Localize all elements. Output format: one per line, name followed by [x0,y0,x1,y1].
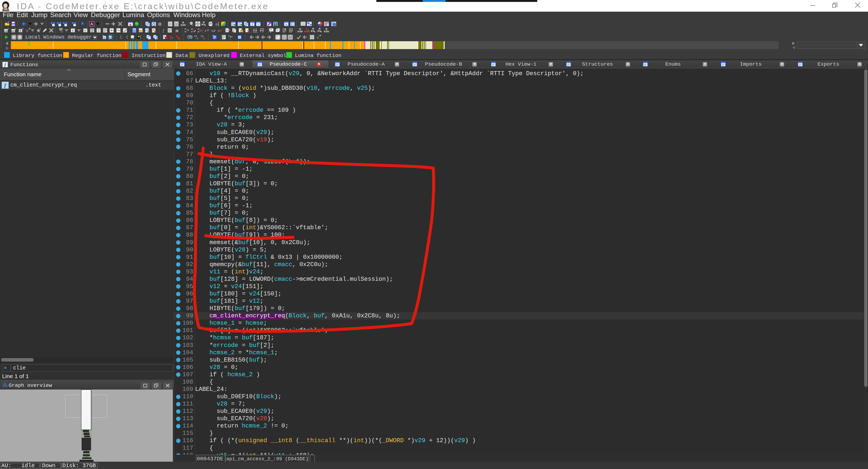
svg-text:DATA: DATA [11,30,16,32]
svg-text:3: 3 [120,35,122,40]
svg-text:A: A [19,29,22,32]
svg-text:R: R [325,23,327,26]
svg-text:1:1: 1:1 [190,23,193,24]
svg-text:c: c [218,29,220,33]
svg-text:A: A [226,29,228,32]
svg-text:f: f [163,28,165,33]
svg-text:DATA: DATA [59,29,63,30]
svg-text:A: A [90,22,93,26]
svg-text:‘s’: ‘s’ [26,29,29,33]
svg-text:T: T [275,23,276,26]
svg-text:C: C [110,36,111,39]
svg-text:#: # [72,29,74,32]
svg-text:‘s’: ‘s’ [316,36,319,40]
svg-text:C: C [104,36,105,39]
svg-text:B: B [156,37,157,39]
svg-text:‘s’: ‘s’ [257,22,260,26]
svg-text:CODE: CODE [4,30,9,32]
svg-text:c: c [205,29,207,33]
svg-text:c: c [211,29,213,33]
svg-text:‘x’: ‘x’ [84,29,86,32]
svg-text:A: A [285,22,288,26]
